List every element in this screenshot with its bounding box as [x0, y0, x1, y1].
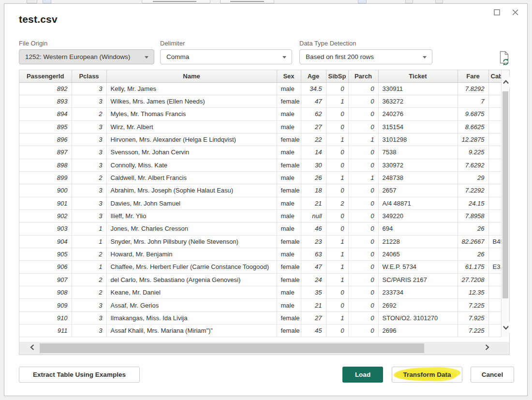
vertical-scrollbar-thumb[interactable]: [502, 91, 508, 298]
scroll-down-button[interactable]: [502, 322, 510, 333]
table-cell: 1: [326, 311, 348, 324]
table-cell: 897: [19, 146, 72, 159]
background-fragment: [405, 0, 413, 3]
table-cell: 2: [326, 197, 348, 209]
maximize-button[interactable]: [491, 7, 502, 17]
table-cell: 3: [72, 209, 106, 222]
table-cell: Assaf Khalil, Mrs. Mariana (Miriam")": [106, 325, 277, 337]
table-cell: 0: [326, 325, 348, 337]
background-fragment: [142, 0, 210, 3]
column-header-ticket[interactable]: Ticket: [378, 70, 458, 82]
table-cell: 47: [301, 95, 326, 107]
column-header-passengerid[interactable]: PassengerId: [19, 70, 72, 82]
delimiter-select[interactable]: Comma: [160, 49, 292, 64]
table-cell: 903: [19, 222, 72, 235]
chevron-left-icon: [30, 344, 34, 353]
table-row: 9072del Carlo, Mrs. Sebastiano (Argenia …: [19, 273, 501, 286]
table-cell: 900: [19, 184, 72, 197]
table-cell: 63: [301, 248, 326, 260]
cancel-button[interactable]: Cancel: [471, 367, 514, 383]
table-cell: 0: [348, 82, 378, 95]
table-cell: 0: [348, 108, 378, 120]
close-button[interactable]: [510, 7, 520, 17]
table-cell: 0: [326, 222, 348, 235]
data-type-detection-select[interactable]: Based on first 200 rows: [299, 49, 432, 64]
table-cell: 24065: [378, 248, 458, 260]
table-cell: 24.15: [458, 197, 488, 209]
table-cell: 2: [72, 248, 106, 260]
table-cell: W.E.P. 5734: [378, 261, 458, 273]
column-header-cabin[interactable]: Cabin: [488, 70, 501, 82]
table-cell: STON/O2. 3101270: [378, 311, 458, 324]
table-cell: male: [277, 82, 301, 95]
column-header-fare[interactable]: Fare: [458, 70, 488, 82]
table-cell: female: [277, 184, 301, 197]
table-cell: male: [277, 222, 301, 235]
horizontal-scrollbar[interactable]: [19, 342, 509, 355]
table-cell: male: [277, 209, 301, 222]
table-cell: 12.2875: [458, 133, 488, 146]
table-cell: 330911: [378, 82, 458, 95]
table-cell: Howard, Mr. Benjamin: [106, 248, 277, 260]
column-header-name[interactable]: Name: [106, 70, 277, 82]
table-cell: 315154: [378, 120, 458, 133]
scroll-left-button[interactable]: [25, 342, 39, 355]
table-cell: Davies, Mr. John Samuel: [106, 197, 277, 209]
table-cell: 908: [19, 286, 72, 299]
table-cell: Kelly, Mr. James: [106, 82, 277, 95]
scroll-right-button[interactable]: [480, 342, 494, 355]
table-cell: [488, 248, 501, 260]
table-row: 8992Caldwell, Mr. Albert Francismale2611…: [19, 171, 501, 184]
table-cell: 1: [72, 222, 106, 235]
file-origin-select[interactable]: 1252: Western European (Windows): [19, 49, 154, 64]
table-cell: 29: [458, 171, 488, 184]
column-header-parch[interactable]: Parch: [348, 70, 378, 82]
table-cell: 27: [301, 311, 326, 324]
delimiter-label: Delimiter: [160, 40, 185, 47]
table-cell: Connolly, Miss. Kate: [106, 159, 277, 171]
table-cell: male: [277, 248, 301, 260]
extract-table-using-examples-button[interactable]: Extract Table Using Examples: [19, 367, 140, 383]
column-header-age[interactable]: Age: [301, 70, 326, 82]
refresh-preview-icon[interactable]: [499, 51, 510, 65]
table-cell: 46: [301, 222, 326, 235]
horizontal-scrollbar-thumb[interactable]: [40, 343, 424, 353]
column-header-sibsp[interactable]: SibSp: [326, 70, 348, 82]
table-row: 9023Ilieff, Mr. Yliomalenull003492207.89…: [19, 209, 501, 222]
table-cell: [488, 171, 501, 184]
table-cell: del Carlo, Mrs. Sebastiano (Argenia Geno…: [106, 273, 277, 286]
column-header-sex[interactable]: Sex: [277, 70, 301, 82]
table-cell: 21: [301, 299, 326, 311]
transform-data-button[interactable]: Transform Data: [392, 367, 462, 383]
file-origin-label: File Origin: [19, 40, 47, 47]
table-cell: 905: [19, 248, 72, 260]
table-cell: 0: [326, 209, 348, 222]
table-cell: 906: [19, 261, 72, 273]
vertical-scrollbar[interactable]: [501, 70, 509, 337]
table-cell: 26: [458, 248, 488, 260]
table-cell: 27: [301, 120, 326, 133]
table-cell: 895: [19, 120, 72, 133]
table-cell: Hirvonen, Mrs. Alexander (Helga E Lindqv…: [106, 133, 277, 146]
table-cell: 2: [72, 273, 106, 286]
table-cell: 7.225: [458, 325, 488, 337]
table-cell: A/4 48871: [378, 197, 458, 209]
load-button[interactable]: Load: [342, 367, 383, 383]
column-header-pclass[interactable]: Pclass: [72, 70, 106, 82]
table-cell: Wilkes, Mrs. James (Ellen Needs): [106, 95, 277, 107]
scroll-up-button[interactable]: [502, 76, 510, 88]
table-cell: 1: [72, 235, 106, 248]
table-cell: 904: [19, 235, 72, 248]
table-cell: 7.8958: [458, 209, 488, 222]
background-fragment: [27, 0, 37, 3]
table-cell: 7538: [378, 146, 458, 159]
chevron-down-icon: [502, 323, 509, 332]
table-row: 8963Hirvonen, Mrs. Alexander (Helga E Li…: [19, 133, 501, 146]
table-cell: female: [277, 235, 301, 248]
table-cell: 1: [326, 95, 348, 107]
table-cell: 1: [326, 261, 348, 273]
table-cell: 0: [348, 248, 378, 260]
table-cell: 7.925: [458, 311, 488, 324]
table-cell: Myles, Mr. Thomas Francis: [106, 108, 277, 120]
table-cell: 22: [301, 133, 326, 146]
